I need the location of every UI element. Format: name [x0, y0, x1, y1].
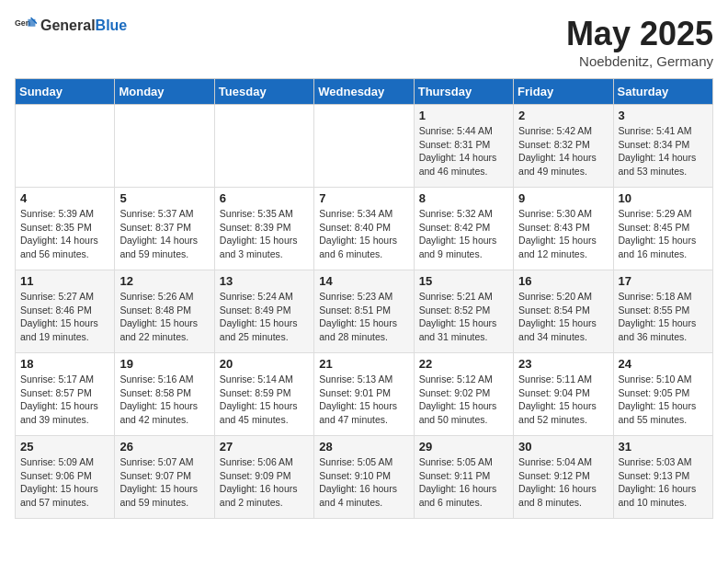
weekday-header-monday: Monday — [115, 79, 214, 105]
calendar-cell: 5Sunrise: 5:37 AM Sunset: 8:37 PM Daylig… — [115, 188, 214, 270]
day-number: 6 — [220, 191, 309, 205]
day-number: 9 — [518, 191, 608, 205]
calendar-cell: 23Sunrise: 5:11 AM Sunset: 9:04 PM Dayli… — [514, 353, 613, 436]
day-number: 10 — [619, 191, 708, 205]
day-info: Sunrise: 5:24 AM Sunset: 8:49 PM Dayligh… — [220, 290, 309, 344]
calendar-week-5: 25Sunrise: 5:09 AM Sunset: 9:06 PM Dayli… — [16, 436, 713, 519]
calendar-cell: 2Sunrise: 5:42 AM Sunset: 8:32 PM Daylig… — [514, 105, 613, 188]
day-info: Sunrise: 5:26 AM Sunset: 8:48 PM Dayligh… — [119, 290, 209, 344]
day-info: Sunrise: 5:29 AM Sunset: 8:45 PM Dayligh… — [619, 207, 708, 261]
day-info: Sunrise: 5:30 AM Sunset: 8:43 PM Dayligh… — [518, 207, 608, 261]
calendar-cell: 21Sunrise: 5:13 AM Sunset: 9:01 PM Dayli… — [314, 353, 414, 436]
day-number: 5 — [119, 191, 209, 205]
calendar-cell: 25Sunrise: 5:09 AM Sunset: 9:06 PM Dayli… — [16, 436, 115, 519]
calendar-cell: 31Sunrise: 5:03 AM Sunset: 9:13 PM Dayli… — [613, 436, 712, 519]
calendar-cell: 7Sunrise: 5:34 AM Sunset: 8:40 PM Daylig… — [314, 188, 414, 270]
logo-general: General — [40, 17, 96, 33]
day-info: Sunrise: 5:17 AM Sunset: 8:57 PM Dayligh… — [20, 373, 109, 427]
day-info: Sunrise: 5:06 AM Sunset: 9:09 PM Dayligh… — [220, 455, 309, 510]
day-info: Sunrise: 5:41 AM Sunset: 8:34 PM Dayligh… — [619, 124, 708, 178]
weekday-header-friday: Friday — [514, 79, 613, 105]
calendar-cell: 30Sunrise: 5:04 AM Sunset: 9:12 PM Dayli… — [514, 436, 613, 519]
calendar-week-3: 11Sunrise: 5:27 AM Sunset: 8:46 PM Dayli… — [16, 270, 713, 353]
calendar-week-4: 18Sunrise: 5:17 AM Sunset: 8:57 PM Dayli… — [16, 353, 713, 436]
day-number: 21 — [319, 357, 408, 371]
day-info: Sunrise: 5:04 AM Sunset: 9:12 PM Dayligh… — [518, 455, 608, 510]
calendar-cell: 10Sunrise: 5:29 AM Sunset: 8:45 PM Dayli… — [613, 188, 712, 270]
day-info: Sunrise: 5:34 AM Sunset: 8:40 PM Dayligh… — [319, 207, 408, 261]
day-number: 13 — [220, 274, 309, 288]
weekday-header-tuesday: Tuesday — [214, 79, 313, 105]
day-number: 31 — [619, 440, 708, 454]
day-number: 18 — [20, 357, 109, 371]
day-number: 30 — [518, 440, 608, 454]
calendar-cell: 19Sunrise: 5:16 AM Sunset: 8:58 PM Dayli… — [115, 353, 214, 436]
day-number: 26 — [119, 440, 209, 454]
day-number: 12 — [119, 274, 209, 288]
location-subtitle: Noebdenitz, Germany — [566, 53, 713, 69]
calendar-cell: 16Sunrise: 5:20 AM Sunset: 8:54 PM Dayli… — [514, 270, 613, 353]
day-info: Sunrise: 5:44 AM Sunset: 8:31 PM Dayligh… — [419, 124, 508, 178]
day-info: Sunrise: 5:14 AM Sunset: 8:59 PM Dayligh… — [220, 373, 309, 427]
day-number: 1 — [419, 109, 508, 122]
day-number: 8 — [419, 191, 508, 205]
day-number: 24 — [619, 357, 708, 371]
logo-blue: Blue — [96, 17, 128, 33]
calendar-week-1: 1Sunrise: 5:44 AM Sunset: 8:31 PM Daylig… — [16, 105, 713, 188]
title-area: May 2025 Noebdenitz, Germany — [566, 15, 713, 69]
month-title: May 2025 — [566, 15, 713, 53]
day-info: Sunrise: 5:05 AM Sunset: 9:10 PM Dayligh… — [319, 455, 408, 510]
day-info: Sunrise: 5:42 AM Sunset: 8:32 PM Dayligh… — [518, 124, 608, 178]
calendar-cell: 22Sunrise: 5:12 AM Sunset: 9:02 PM Dayli… — [414, 353, 513, 436]
calendar-cell: 28Sunrise: 5:05 AM Sunset: 9:10 PM Dayli… — [314, 436, 414, 519]
calendar-cell: 6Sunrise: 5:35 AM Sunset: 8:39 PM Daylig… — [214, 188, 313, 270]
day-info: Sunrise: 5:23 AM Sunset: 8:51 PM Dayligh… — [319, 290, 408, 344]
day-number: 17 — [619, 274, 708, 288]
day-number: 11 — [20, 274, 109, 288]
day-number: 28 — [319, 440, 408, 454]
day-number: 4 — [20, 191, 109, 205]
calendar-cell: 13Sunrise: 5:24 AM Sunset: 8:49 PM Dayli… — [214, 270, 313, 353]
day-info: Sunrise: 5:07 AM Sunset: 9:07 PM Dayligh… — [119, 455, 209, 510]
header: Gen GeneralBlue May 2025 Noebdenitz, Ger… — [15, 15, 713, 69]
calendar-cell — [16, 105, 115, 188]
day-number: 7 — [319, 191, 408, 205]
day-number: 25 — [20, 440, 109, 454]
calendar-cell: 20Sunrise: 5:14 AM Sunset: 8:59 PM Dayli… — [214, 353, 313, 436]
day-number: 14 — [319, 274, 408, 288]
day-info: Sunrise: 5:13 AM Sunset: 9:01 PM Dayligh… — [319, 373, 408, 427]
calendar-cell — [115, 105, 214, 188]
calendar-cell — [314, 105, 414, 188]
day-info: Sunrise: 5:27 AM Sunset: 8:46 PM Dayligh… — [20, 290, 109, 344]
day-info: Sunrise: 5:20 AM Sunset: 8:54 PM Dayligh… — [518, 290, 608, 344]
day-info: Sunrise: 5:21 AM Sunset: 8:52 PM Dayligh… — [419, 290, 508, 344]
calendar-cell: 24Sunrise: 5:10 AM Sunset: 9:05 PM Dayli… — [613, 353, 712, 436]
calendar-cell: 11Sunrise: 5:27 AM Sunset: 8:46 PM Dayli… — [16, 270, 115, 353]
calendar-cell: 27Sunrise: 5:06 AM Sunset: 9:09 PM Dayli… — [214, 436, 313, 519]
day-info: Sunrise: 5:12 AM Sunset: 9:02 PM Dayligh… — [419, 373, 508, 427]
day-number: 23 — [518, 357, 608, 371]
day-info: Sunrise: 5:11 AM Sunset: 9:04 PM Dayligh… — [518, 373, 608, 427]
day-number: 2 — [518, 109, 608, 122]
day-number: 20 — [220, 357, 309, 371]
calendar-cell: 15Sunrise: 5:21 AM Sunset: 8:52 PM Dayli… — [414, 270, 513, 353]
day-info: Sunrise: 5:18 AM Sunset: 8:55 PM Dayligh… — [619, 290, 708, 344]
day-info: Sunrise: 5:16 AM Sunset: 8:58 PM Dayligh… — [119, 373, 209, 427]
weekday-header-saturday: Saturday — [613, 79, 712, 105]
day-number: 15 — [419, 274, 508, 288]
day-number: 16 — [518, 274, 608, 288]
calendar-cell: 26Sunrise: 5:07 AM Sunset: 9:07 PM Dayli… — [115, 436, 214, 519]
day-info: Sunrise: 5:10 AM Sunset: 9:05 PM Dayligh… — [619, 373, 708, 427]
day-info: Sunrise: 5:35 AM Sunset: 8:39 PM Dayligh… — [220, 207, 309, 261]
day-info: Sunrise: 5:37 AM Sunset: 8:37 PM Dayligh… — [119, 207, 209, 261]
weekday-header-thursday: Thursday — [414, 79, 513, 105]
day-number: 22 — [419, 357, 508, 371]
calendar-cell: 3Sunrise: 5:41 AM Sunset: 8:34 PM Daylig… — [613, 105, 712, 188]
calendar-week-2: 4Sunrise: 5:39 AM Sunset: 8:35 PM Daylig… — [16, 188, 713, 270]
calendar-table: SundayMondayTuesdayWednesdayThursdayFrid… — [15, 78, 713, 519]
day-info: Sunrise: 5:05 AM Sunset: 9:11 PM Dayligh… — [419, 455, 508, 510]
calendar-cell: 12Sunrise: 5:26 AM Sunset: 8:48 PM Dayli… — [115, 270, 214, 353]
calendar-cell: 17Sunrise: 5:18 AM Sunset: 8:55 PM Dayli… — [613, 270, 712, 353]
calendar-cell: 4Sunrise: 5:39 AM Sunset: 8:35 PM Daylig… — [16, 188, 115, 270]
weekday-header-row: SundayMondayTuesdayWednesdayThursdayFrid… — [16, 79, 713, 105]
